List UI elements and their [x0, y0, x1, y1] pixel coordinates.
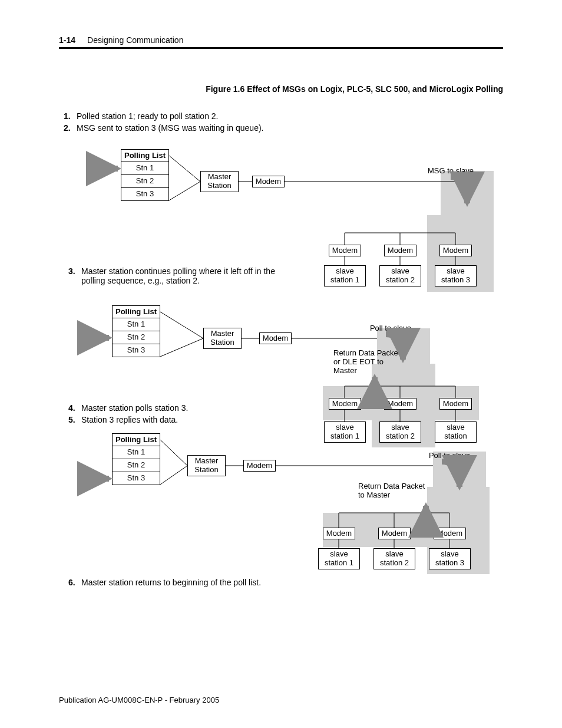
polling-list-box: Stn 1: [112, 318, 160, 331]
step-text: Master station polls station 3.: [81, 403, 188, 413]
poll-to-slave-label: Poll to slave: [364, 324, 417, 333]
modem-box: Modem: [259, 332, 292, 344]
step-text: Station 3 replies with data.: [81, 415, 178, 424]
polling-list-box: Polling List: [112, 305, 160, 318]
step-num: 5.: [68, 415, 79, 424]
slave-station-box: slave station 3: [435, 265, 477, 286]
slave-station-box: slave station 1: [318, 548, 360, 569]
figure-caption: Figure 1.6 Effect of MSGs on Logix, PLC-…: [59, 84, 503, 94]
modem-box: Modem: [439, 398, 472, 410]
modem-box: Modem: [323, 528, 355, 539]
slave-station-box: slave station 2: [373, 548, 415, 569]
master-station-box: Master Station: [203, 328, 242, 349]
polling-list-box: Polling List: [112, 433, 160, 446]
step-num: 6.: [68, 578, 79, 587]
slave-station-box: slave station 2: [379, 421, 421, 443]
highlight-band: [441, 171, 494, 215]
polling-list-box: Stn 2: [112, 331, 160, 344]
svg-line-2: [169, 182, 200, 200]
page-number: 1-14: [59, 35, 75, 45]
poll-to-slave-label: Poll to slave: [423, 452, 476, 460]
svg-line-23: [160, 440, 187, 466]
svg-line-24: [160, 466, 187, 485]
step-list: 6.Master station returns to beginning of…: [68, 575, 292, 589]
slave-station-box: slave station 3: [429, 548, 471, 569]
step-num: 4.: [68, 403, 79, 413]
step-list: 3.Master station continues polling where…: [68, 264, 280, 288]
step-text: Master station returns to beginning of t…: [81, 578, 261, 587]
master-station-box: Master Station: [200, 171, 239, 192]
polling-list-box: Stn 1: [112, 446, 160, 459]
modem-box: Modem: [243, 460, 276, 472]
modem-box: Modem: [384, 398, 416, 410]
polling-list-box: Polling List: [121, 149, 169, 162]
svg-line-1: [169, 156, 200, 182]
modem-box: Modem: [329, 398, 361, 410]
polling-list-box: Stn 2: [112, 459, 160, 472]
step-list: 4.Master station polls station 3. 5.Stat…: [68, 401, 280, 427]
modem-box: Modem: [434, 528, 466, 539]
running-header: 1-14 Designing Communication: [59, 35, 503, 49]
modem-box: Modem: [378, 528, 411, 539]
step-list: 1.Polled station 1; ready to poll statio…: [64, 111, 503, 133]
svg-line-12: [160, 312, 203, 338]
slave-station-box: slave station 2: [379, 265, 421, 286]
svg-line-13: [160, 338, 203, 357]
modem-box: Modem: [384, 245, 416, 256]
polling-list-box: Stn 2: [121, 175, 169, 188]
slave-station-box: slave station 1: [324, 265, 366, 286]
step-text: Polled station 1; ready to poll station …: [77, 111, 218, 121]
step-text: MSG sent to station 3 (MSG was waiting i…: [77, 123, 263, 133]
step-num: 1.: [64, 111, 74, 121]
return-data-label: Return Data Packet or DLE EOT to Master: [333, 349, 404, 375]
diagram-connectors: [0, 0, 562, 728]
step-num: 3.: [68, 266, 79, 285]
msg-to-slave-label: MSG to slave: [424, 167, 477, 176]
polling-list-box: Stn 3: [112, 344, 160, 357]
polling-list-box: Stn 3: [112, 472, 160, 485]
polling-list-box: Stn 1: [121, 162, 169, 175]
slave-station-box: slave station 1: [324, 421, 366, 443]
polling-list-box: Stn 3: [121, 188, 169, 201]
modem-box: Modem: [329, 245, 361, 256]
modem-box: Modem: [439, 245, 472, 256]
step-text: Master station continues polling where i…: [81, 266, 280, 285]
return-data-label: Return Data Packet to Master: [358, 482, 429, 500]
modem-box: Modem: [252, 176, 285, 187]
slave-station-box: slave station: [435, 421, 477, 443]
section-title: Designing Communication: [87, 35, 183, 45]
master-station-box: Master Station: [187, 455, 226, 476]
publication-footer: Publication AG-UM008C-EN-P - February 20…: [59, 696, 219, 704]
step-num: 2.: [64, 123, 74, 133]
